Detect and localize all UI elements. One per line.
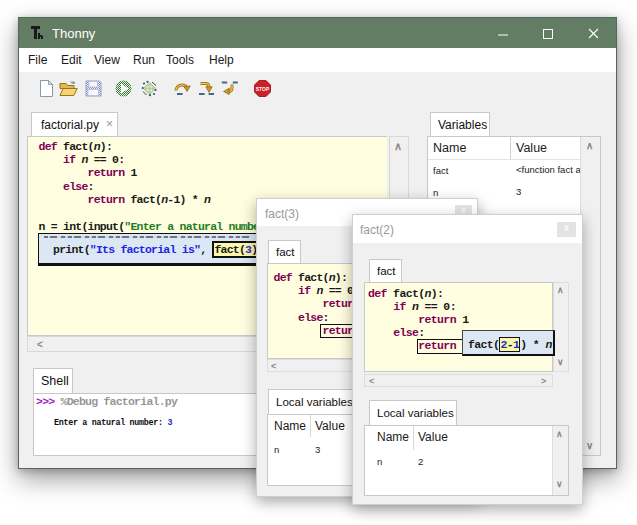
- svg-text:STOP: STOP: [256, 87, 270, 92]
